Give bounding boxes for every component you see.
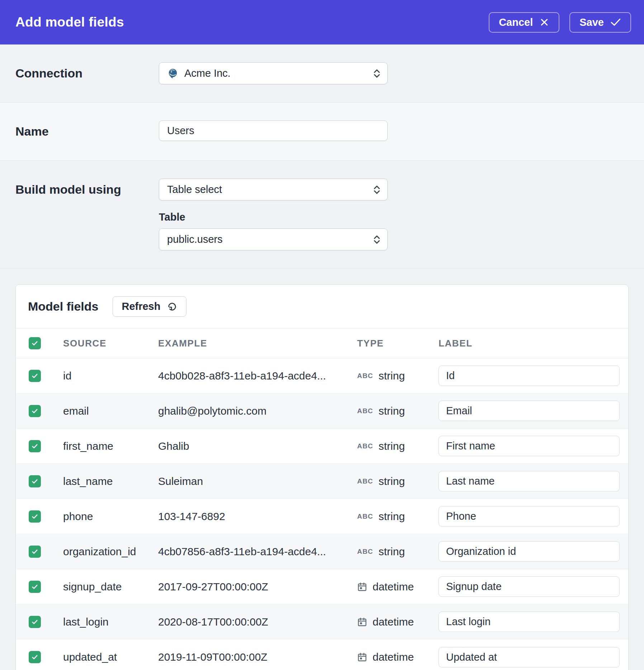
row-checkbox[interactable] — [29, 546, 41, 558]
calendar-icon — [357, 652, 367, 662]
row-checkbox[interactable] — [29, 616, 41, 628]
table-row: email ghalib@polytomic.com ABC string — [16, 393, 628, 429]
row-type: ABC string — [348, 475, 430, 487]
row-example: Ghalib — [149, 440, 348, 452]
row-type: ABC datetime — [348, 616, 430, 628]
header-actions: Cancel Save — [489, 12, 631, 33]
row-type: ABC string — [348, 440, 430, 452]
row-label-input[interactable] — [439, 401, 620, 421]
postgres-icon — [167, 68, 179, 79]
row-label-input[interactable] — [439, 365, 620, 386]
table-row: phone 103-147-6892 ABC string — [16, 499, 628, 534]
table-row: signup_date 2017-09-27T00:00:00Z ABC dat… — [16, 569, 628, 604]
row-checkbox[interactable] — [29, 510, 41, 523]
row-example: 4cb07856-a8f3-11eb-a194-acde4... — [149, 546, 348, 558]
refresh-button[interactable]: Refresh — [113, 296, 186, 317]
string-type-icon: ABC — [357, 477, 373, 485]
row-source: organization_id — [54, 546, 149, 558]
row-label-input[interactable] — [439, 541, 620, 562]
table-label: Table — [159, 211, 388, 223]
select-all-checkbox[interactable] — [29, 337, 41, 349]
column-header-type: TYPE — [348, 338, 430, 349]
calendar-icon — [357, 617, 367, 627]
row-label-input[interactable] — [439, 436, 620, 456]
name-section: Name — [0, 103, 644, 161]
row-source: first_name — [54, 440, 149, 452]
row-checkbox[interactable] — [29, 370, 41, 382]
build-section: Build model using Table select Table pub… — [0, 161, 644, 269]
row-example: 4cb0b028-a8f3-11eb-a194-acde4... — [149, 370, 348, 382]
model-fields-body: id 4cb0b028-a8f3-11eb-a194-acde4... ABC … — [16, 358, 628, 670]
build-method-select[interactable]: Table select — [159, 179, 388, 200]
row-example: 2017-09-27T00:00:00Z — [149, 581, 348, 593]
row-source: id — [54, 370, 149, 382]
row-label-input[interactable] — [439, 647, 620, 667]
name-input[interactable] — [159, 121, 388, 141]
model-fields-header: Model fields Refresh — [16, 285, 628, 328]
header-bar: Add model fields Cancel Save — [0, 0, 644, 44]
string-type-icon: ABC — [357, 442, 373, 450]
model-fields-card: Model fields Refresh SOURCE EXAMPLE TYPE… — [15, 284, 629, 670]
row-checkbox[interactable] — [29, 581, 41, 593]
row-label-input[interactable] — [439, 506, 620, 527]
table-row: last_login 2020-08-17T00:00:00Z ABC date… — [16, 604, 628, 640]
column-header-example: EXAMPLE — [149, 338, 348, 349]
row-type-label: string — [379, 440, 405, 452]
row-type-label: datetime — [373, 616, 414, 628]
column-header-label: LABEL — [430, 338, 628, 349]
refresh-icon — [167, 301, 177, 312]
check-icon — [610, 18, 621, 27]
build-label: Build model using — [15, 179, 159, 200]
save-label: Save — [579, 16, 604, 28]
connection-select[interactable]: Acme Inc. — [159, 62, 388, 84]
connection-section: Connection Acme Inc. — [0, 44, 644, 103]
connection-value: Acme Inc. — [184, 67, 231, 79]
build-method-value: Table select — [167, 184, 222, 195]
table-value: public.users — [167, 233, 223, 245]
table-row: first_name Ghalib ABC string — [16, 429, 628, 464]
table-header-row: SOURCE EXAMPLE TYPE LABEL — [16, 328, 628, 358]
row-source: updated_at — [54, 651, 149, 663]
page-title: Add model fields — [15, 15, 124, 30]
select-chevrons-icon — [373, 234, 381, 245]
row-source: phone — [54, 510, 149, 523]
string-type-icon: ABC — [357, 513, 373, 520]
row-type-label: string — [379, 546, 405, 558]
row-example: ghalib@polytomic.com — [149, 405, 348, 417]
table-row: updated_at 2019-11-09T00:00:00Z ABC date… — [16, 640, 628, 670]
row-type-label: string — [379, 405, 405, 417]
row-source: last_login — [54, 616, 149, 628]
cancel-button[interactable]: Cancel — [489, 12, 559, 33]
connection-label: Connection — [15, 62, 159, 84]
string-type-icon: ABC — [357, 548, 373, 556]
row-type-label: string — [379, 510, 405, 523]
row-source: email — [54, 405, 149, 417]
row-label-input[interactable] — [439, 471, 620, 491]
row-example: 103-147-6892 — [149, 510, 348, 523]
table-row: last_name Suleiman ABC string — [16, 464, 628, 499]
row-type: ABC string — [348, 546, 430, 558]
row-checkbox[interactable] — [29, 475, 41, 487]
row-type: ABC string — [348, 510, 430, 523]
select-chevrons-icon — [373, 68, 381, 79]
select-chevrons-icon — [373, 184, 381, 195]
row-type: ABC string — [348, 405, 430, 417]
column-header-source: SOURCE — [54, 338, 149, 349]
row-source: signup_date — [54, 581, 149, 593]
row-checkbox[interactable] — [29, 440, 41, 452]
row-example: 2020-08-17T00:00:00Z — [149, 616, 348, 628]
model-fields-title: Model fields — [28, 299, 98, 313]
save-button[interactable]: Save — [569, 12, 631, 33]
row-checkbox[interactable] — [29, 405, 41, 417]
table-row: organization_id 4cb07856-a8f3-11eb-a194-… — [16, 534, 628, 569]
row-type-label: datetime — [373, 581, 414, 593]
row-type-label: datetime — [373, 651, 414, 663]
string-type-icon: ABC — [357, 372, 373, 380]
row-type: ABC datetime — [348, 581, 430, 593]
row-example: 2019-11-09T00:00:00Z — [149, 651, 348, 663]
table-select[interactable]: public.users — [159, 228, 388, 250]
row-label-input[interactable] — [439, 576, 620, 597]
string-type-icon: ABC — [357, 407, 373, 415]
row-label-input[interactable] — [439, 612, 620, 632]
row-checkbox[interactable] — [29, 651, 41, 663]
